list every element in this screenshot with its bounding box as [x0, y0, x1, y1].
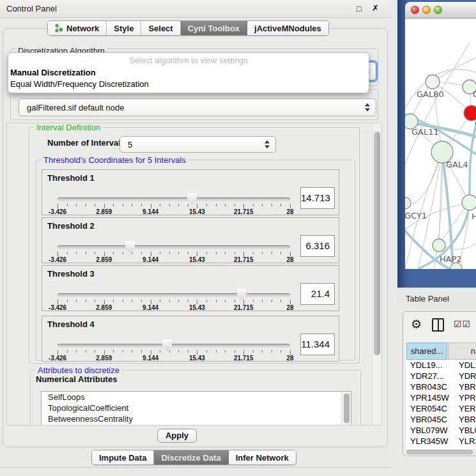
- tab-style[interactable]: Style: [107, 21, 141, 35]
- cell-name: YBR0: [459, 414, 476, 425]
- number-of-intervals-combo[interactable]: 5: [119, 136, 276, 153]
- attribute-item-betweennesscentrality[interactable]: BetweennessCentrality: [42, 413, 351, 424]
- tick-mark: [160, 350, 160, 353]
- numerical-attributes-list[interactable]: SelfLoopsTopologicalCoefficientBetweenne…: [41, 391, 351, 426]
- table-panel-bar: Table Panel: [397, 288, 476, 309]
- cell-name: YLR3: [459, 436, 476, 447]
- threshold-value-box[interactable]: 6.316: [300, 235, 335, 257]
- cell-shared-name: YBR043C: [410, 381, 447, 392]
- minimize-traffic-light-icon[interactable]: [422, 6, 431, 14]
- tab-label: Network: [66, 24, 99, 33]
- tick-mark: [132, 252, 132, 254]
- attributes-group-title: Attributes to discretize: [35, 365, 122, 375]
- threshold-slider[interactable]: -3.4262.8599.14415.4321.71528: [58, 240, 290, 262]
- float-window-icon[interactable]: □: [357, 4, 362, 13]
- cell-name: YER0: [459, 403, 476, 414]
- close-icon[interactable]: ✗: [372, 3, 379, 13]
- network-node[interactable]: [433, 239, 445, 252]
- algorithm-dropdown-popup: Select algorithm to view settings Manual…: [8, 52, 369, 93]
- scrollbar-thumb[interactable]: [406, 450, 473, 454]
- tick-label: 9.144: [142, 304, 158, 311]
- tick-mark: [123, 252, 123, 254]
- network-canvas[interactable]: GAL80GACGAL11GAL4GCY1HHAP2: [405, 19, 476, 269]
- attributes-scrollbar[interactable]: [341, 392, 351, 426]
- combo-stepper-icon[interactable]: [265, 141, 270, 149]
- tick-mark: [141, 204, 142, 206]
- tick-mark: [123, 300, 123, 302]
- close-traffic-light-icon[interactable]: [411, 6, 419, 14]
- column-header-name[interactable]: na: [448, 342, 476, 360]
- tick-mark: [225, 300, 226, 302]
- tick-mark: [262, 300, 263, 302]
- table-data-value: galFiltered.sif default node: [27, 103, 124, 112]
- number-of-intervals-label: Number of Intervals: [47, 138, 125, 148]
- table-row[interactable]: YBR045CYBR0: [406, 414, 476, 425]
- threshold-value-box[interactable]: 14.713: [300, 187, 335, 209]
- tick-mark: [95, 350, 95, 353]
- tab-jactivemnodules[interactable]: jActiveMNodules: [247, 21, 328, 35]
- checkbox-pair-icon[interactable]: ☑☑: [454, 319, 471, 329]
- table-row[interactable]: YDR27...YDR2: [406, 371, 476, 381]
- column-header-shared[interactable]: shared...: [406, 342, 447, 360]
- tick-label: 9.144: [142, 208, 158, 215]
- control-panel: Control Panel □ ✗ NetworkStyleSelectCyni…: [0, 0, 391, 476]
- threshold-slider[interactable]: -3.4262.8599.14415.4321.71528: [58, 288, 290, 310]
- table-row[interactable]: YPR145WYPR1: [406, 392, 476, 403]
- gear-icon[interactable]: ⚙: [411, 317, 422, 332]
- tab-select[interactable]: Select: [141, 21, 180, 35]
- settings-vertical-scrollbar[interactable]: [372, 123, 381, 425]
- tick-mark: [141, 300, 142, 302]
- slider-tick-labels: -3.4262.8599.14415.4321.71528: [58, 355, 290, 362]
- tick-mark: [253, 300, 254, 302]
- tick-mark: [234, 300, 235, 302]
- slider-track[interactable]: [58, 197, 290, 201]
- tick-mark: [132, 350, 132, 353]
- slider-track[interactable]: [58, 293, 290, 297]
- combo-stepper-icon[interactable]: [365, 104, 371, 112]
- network-node[interactable]: [426, 75, 440, 89]
- zoom-traffic-light-icon[interactable]: [434, 6, 442, 14]
- tick-mark: [262, 204, 263, 206]
- table-row[interactable]: YER054CYER0: [406, 403, 476, 414]
- panel-title: Control Panel: [6, 4, 57, 13]
- attribute-item-topologicalcoefficient[interactable]: TopologicalCoefficient: [42, 403, 351, 413]
- threshold-slider[interactable]: -3.4262.8599.14415.4321.71528: [58, 192, 290, 214]
- table-row[interactable]: YBR043CYBR0: [406, 381, 476, 392]
- apply-button[interactable]: Apply: [157, 429, 197, 443]
- tick-mark: [86, 350, 86, 353]
- network-node[interactable]: [462, 195, 476, 210]
- threshold-value-box[interactable]: 21.4: [300, 283, 335, 305]
- tick-label: 15.43: [189, 304, 205, 311]
- tab-infer-network[interactable]: Infer Network: [229, 450, 296, 464]
- tab-cyni-toolbox[interactable]: Cyni Toolbox: [181, 21, 247, 35]
- tick-mark: [76, 350, 77, 353]
- algorithm-option-equal-width-frequency-discretization[interactable]: Equal Width/Frequency Discretization: [10, 79, 149, 89]
- threshold-slider[interactable]: -3.4262.8599.14415.4321.71528: [58, 339, 290, 360]
- table-row[interactable]: YBL079WYBL0: [406, 425, 476, 436]
- tab-impute-data[interactable]: Impute Data: [92, 450, 154, 464]
- tick-mark: [169, 350, 170, 353]
- slider-track[interactable]: [58, 344, 290, 348]
- table-row[interactable]: YDL19...YDL1: [406, 360, 476, 371]
- tick-mark: [272, 252, 272, 254]
- attribute-item-selfloops[interactable]: SelfLoops: [42, 392, 351, 403]
- table-horizontal-scrollbar[interactable]: [406, 449, 476, 455]
- tick-mark: [290, 350, 291, 355]
- tick-label: -3.426: [49, 355, 66, 362]
- threshold-box-3: Threshold 3-3.4262.8599.14415.4321.71528…: [42, 265, 339, 311]
- table-row[interactable]: YLR345WYLR3: [406, 436, 476, 447]
- network-node[interactable]: [405, 197, 411, 209]
- split-columns-icon[interactable]: [432, 318, 444, 332]
- top-tab-bar: NetworkStyleSelectCyni ToolboxjActiveMNo…: [47, 20, 329, 36]
- threshold-value-box[interactable]: 11.344: [300, 334, 335, 355]
- cell-name: YPR1: [459, 392, 476, 403]
- tab-discretize-data[interactable]: Discretize Data: [154, 450, 228, 464]
- scrollbar-thumb[interactable]: [374, 132, 380, 355]
- cell-shared-name: YPR145W: [410, 392, 449, 403]
- scrollbar-thumb[interactable]: [344, 394, 349, 423]
- slider-track[interactable]: [58, 245, 290, 249]
- table-rows[interactable]: YDL19...YDL1YDR27...YDR2YBR043CYBR0YPR14…: [406, 360, 476, 449]
- algorithm-option-manual-discretization[interactable]: Manual Discretization: [10, 68, 96, 77]
- tab-network[interactable]: Network: [48, 21, 107, 35]
- table-data-combo[interactable]: galFiltered.sif default node: [19, 98, 376, 116]
